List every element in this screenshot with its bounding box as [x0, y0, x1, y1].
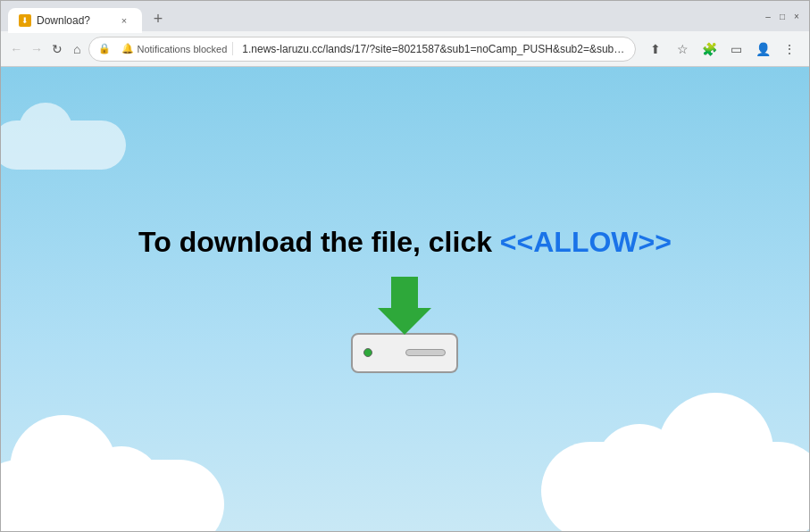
download-illustration — [351, 277, 458, 373]
cloud-top-left — [1, 121, 126, 170]
cloud-bottom-right — [541, 442, 809, 531]
security-icon: 🔒 — [98, 43, 111, 54]
bookmark-button[interactable]: ☆ — [670, 37, 695, 62]
active-tab[interactable]: ⬇ Download? × — [8, 8, 142, 33]
window-controls: – □ × — [763, 11, 802, 21]
cast-button[interactable]: ▭ — [723, 37, 748, 62]
extensions-button[interactable]: 🧩 — [697, 37, 722, 62]
tab-title: Download? — [37, 14, 112, 27]
main-text-prefix: To download the file, click — [138, 226, 500, 258]
menu-button[interactable]: ⋮ — [777, 37, 802, 62]
address-bar[interactable]: 🔒 🔔 Notifications blocked 1.news-laruzu.… — [88, 37, 636, 62]
browser-window: ⬇ Download? × + – □ × ← → ↻ ⌂ 🔒 🔔 Notifi… — [0, 0, 810, 532]
tab-favicon: ⬇ — [19, 14, 31, 27]
page-content: To download the file, click <<ALLOW>> — [1, 67, 809, 531]
back-button[interactable]: ← — [8, 37, 25, 62]
forward-button[interactable]: → — [29, 37, 46, 62]
arrow-head — [378, 308, 431, 335]
cloud-bottom-left — [1, 460, 224, 531]
close-button[interactable]: × — [791, 11, 802, 21]
minimize-button[interactable]: – — [763, 11, 773, 21]
hd-led — [363, 348, 372, 357]
home-button[interactable]: ⌂ — [69, 37, 86, 62]
navigation-bar: ← → ↻ ⌂ 🔒 🔔 Notifications blocked 1.news… — [1, 31, 809, 67]
share-button[interactable]: ⬆ — [643, 37, 668, 62]
download-arrow — [378, 277, 431, 335]
tab-close-button[interactable]: × — [117, 13, 131, 28]
center-content: To download the file, click <<ALLOW>> — [138, 226, 672, 373]
profile-button[interactable]: 👤 — [750, 37, 775, 62]
main-heading: To download the file, click <<ALLOW>> — [138, 226, 672, 259]
nav-action-buttons: ⬆ ☆ 🧩 ▭ 👤 ⋮ — [643, 37, 802, 62]
notification-blocked-label: Notifications blocked — [137, 44, 227, 54]
notification-bell-icon: 🔔 — [121, 43, 134, 54]
reload-button[interactable]: ↻ — [48, 37, 65, 62]
new-tab-button[interactable]: + — [146, 6, 171, 31]
url-text: 1.news-laruzu.cc/lands/17/?site=8021587&… — [242, 43, 626, 55]
maximize-button[interactable]: □ — [777, 11, 788, 21]
title-bar: ⬇ Download? × + – □ × — [1, 1, 809, 31]
hd-slot — [405, 349, 446, 356]
hard-drive — [351, 333, 458, 373]
allow-text: <<ALLOW>> — [500, 226, 672, 258]
notification-blocked-indicator[interactable]: 🔔 Notifications blocked — [116, 42, 233, 55]
arrow-shaft — [391, 277, 418, 308]
tab-bar: ⬇ Download? × + — [8, 1, 752, 31]
